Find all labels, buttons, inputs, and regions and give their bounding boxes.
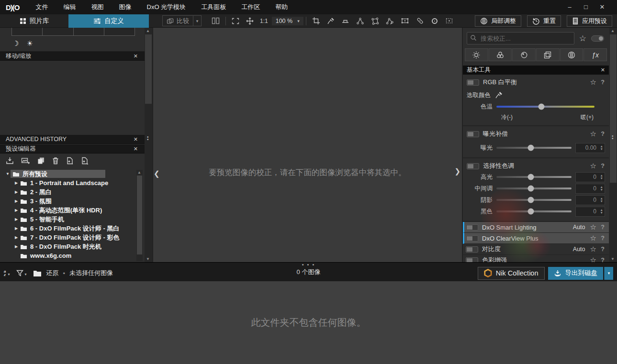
eyedropper-icon[interactable] — [494, 91, 503, 99]
slider-thumb[interactable] — [528, 145, 534, 151]
preset-folder-row[interactable]: ▶5 - 智能手机 — [0, 215, 145, 224]
star-icon[interactable]: ☆ — [590, 223, 596, 232]
menu-edit[interactable]: 编辑 — [56, 0, 84, 14]
expand-arrow-icon[interactable]: ▶ — [13, 217, 19, 221]
scrollbar-thumb[interactable] — [145, 34, 152, 104]
new-preset-icon[interactable] — [66, 157, 74, 165]
expand-arrow-icon[interactable]: ▶ — [13, 226, 19, 231]
zoom-1to1-button[interactable]: 1:1 — [257, 18, 271, 24]
pan-tool-icon[interactable] — [243, 17, 257, 25]
new-partial-preset-icon[interactable] — [81, 157, 89, 165]
tab-geometry[interactable] — [536, 48, 560, 61]
clearview-plus-checkbox[interactable] — [466, 235, 478, 242]
shadow-clipping-icon[interactable]: ☽ — [12, 39, 19, 48]
help-icon[interactable]: ? — [600, 246, 605, 253]
blacks-value-input[interactable]: 0▲▼ — [575, 207, 605, 217]
menu-workspace[interactable]: 工作区 — [234, 0, 268, 14]
tab-effects[interactable]: ƒx — [583, 48, 607, 61]
preset-folder-row[interactable]: ▶3 - 氛围 — [0, 197, 145, 206]
menu-file[interactable]: 文件 — [28, 0, 56, 14]
preset-folder-row[interactable]: ▶1 - Portrait and Landscape — [0, 178, 145, 188]
horizon-tool-icon[interactable] — [338, 17, 353, 24]
zoom-level-select[interactable]: 100 % ▾ — [272, 17, 303, 25]
selective-tone-checkbox[interactable] — [467, 163, 479, 169]
menu-help[interactable]: 帮助 — [268, 0, 295, 14]
close-icon[interactable]: ✕ — [133, 53, 139, 59]
highlight-clipping-icon[interactable]: ☀ — [26, 39, 33, 48]
right-panel-scrollbar[interactable]: ▲ •• ▼ — [609, 28, 617, 262]
tab-color[interactable] — [489, 48, 512, 61]
scrollbar-thumb[interactable] — [610, 34, 617, 183]
preset-tree-scrollbar[interactable]: ▲ — [136, 170, 143, 261]
compare-button[interactable]: 比较 — [163, 17, 193, 25]
close-icon[interactable]: ✕ — [133, 136, 139, 143]
help-icon[interactable]: ? — [600, 79, 605, 86]
expand-arrow-icon[interactable]: ▶ — [13, 244, 19, 249]
local-adjustments-button[interactable]: 局部调整 — [475, 15, 521, 27]
favorites-filter-icon[interactable]: ☆ — [579, 33, 586, 44]
preset-folder-row[interactable]: ▶4 - 高动态范围(单张 HDR) — [0, 206, 145, 215]
import-preset-icon[interactable] — [6, 157, 14, 165]
temperature-slider[interactable] — [496, 106, 595, 108]
blacks-slider[interactable] — [496, 210, 572, 212]
create-preset-from-image-icon[interactable] — [21, 157, 30, 165]
star-icon[interactable]: ☆ — [590, 162, 596, 170]
highlights-slider[interactable] — [496, 176, 572, 178]
reset-button[interactable]: 重置 — [527, 15, 561, 27]
active-corrections-toggle[interactable] — [591, 35, 604, 42]
preset-folder-row[interactable]: ▶6 - DxO FilmPack 设计师 - 黑白 — [0, 224, 145, 233]
panel-resize-handle[interactable]: •• — [612, 135, 614, 140]
duplicate-preset-icon[interactable] — [37, 157, 45, 165]
maximize-button[interactable]: □ — [578, 0, 594, 14]
menu-tool-panels[interactable]: 工具面板 — [193, 0, 234, 14]
close-button[interactable]: ✕ — [594, 0, 610, 14]
tab-detail[interactable] — [512, 48, 536, 61]
expand-arrow-icon[interactable]: ▶ — [13, 208, 19, 212]
control-line-icon[interactable] — [382, 17, 397, 25]
white-balance-picker-icon[interactable] — [324, 17, 338, 25]
repair-tool-icon[interactable] — [413, 17, 427, 25]
collapse-arrow-icon[interactable]: ▼ — [5, 172, 11, 176]
red-eye-tool-icon[interactable] — [427, 17, 442, 25]
close-icon[interactable]: ✕ — [601, 67, 605, 73]
search-corrections-input[interactable] — [467, 32, 574, 44]
shadows-slider[interactable] — [496, 199, 572, 201]
minimize-button[interactable]: – — [561, 0, 578, 14]
midtones-value-input[interactable]: 0▲▼ — [575, 184, 605, 194]
panel-resize-handle[interactable]: •• — [147, 136, 149, 141]
left-panel-scrollbar[interactable]: ▲ •• ▼ — [145, 28, 152, 262]
exposure-value-input[interactable]: 0.00 ▲▼ — [575, 143, 605, 153]
color-enhancement-row[interactable]: 色彩增强 ☆ ? — [463, 255, 609, 262]
preset-folder-row[interactable]: www.x6g.com — [0, 251, 145, 260]
slider-thumb[interactable] — [528, 186, 534, 192]
smart-lighting-row[interactable]: DxO Smart Lighting Auto ☆ ? — [463, 222, 609, 233]
tab-light[interactable] — [465, 48, 488, 61]
highlights-value-input[interactable]: 0▲▼ — [575, 172, 605, 182]
view-mask-tool-icon[interactable] — [442, 17, 457, 24]
expand-arrow-icon[interactable]: ▶ — [13, 235, 19, 240]
help-icon[interactable]: ? — [600, 163, 605, 169]
compare-dropdown[interactable]: ▾ — [193, 16, 201, 26]
basic-tools-header[interactable]: 基本工具 ✕ — [463, 66, 609, 75]
white-balance-checkbox[interactable] — [467, 79, 479, 86]
crop-tool-icon[interactable] — [309, 17, 324, 25]
menu-optics-modules[interactable]: DxO 光学模块 — [139, 0, 194, 14]
help-icon[interactable]: ? — [600, 224, 605, 231]
delete-preset-icon[interactable] — [52, 157, 59, 165]
advanced-history-header[interactable]: ADVANCED HISTORY ✕ — [0, 135, 145, 144]
fit-screen-icon[interactable] — [228, 18, 243, 24]
move-zoom-header[interactable]: 移动/缩放 ✕ — [0, 52, 145, 61]
control-polygon-icon[interactable] — [368, 17, 382, 25]
slider-thumb[interactable] — [528, 197, 534, 203]
scrollbar-thumb[interactable] — [137, 176, 142, 254]
contrast-checkbox[interactable] — [466, 246, 478, 253]
grid-points-icon[interactable] — [397, 17, 413, 24]
spinner-icons[interactable]: ▲▼ — [600, 143, 603, 153]
midtones-slider[interactable] — [496, 188, 572, 189]
expand-arrow-icon[interactable]: ▶ — [13, 181, 19, 185]
tab-local-adjustments[interactable] — [560, 48, 583, 61]
slider-thumb[interactable] — [528, 174, 534, 180]
help-icon[interactable]: ? — [600, 131, 605, 137]
smart-lighting-checkbox[interactable] — [466, 224, 478, 231]
split-view-icon[interactable] — [208, 17, 223, 24]
